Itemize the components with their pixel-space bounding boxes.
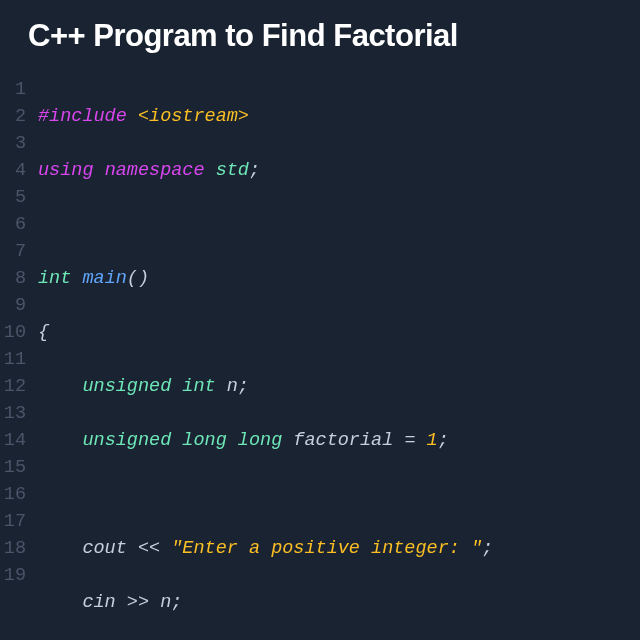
- line-number: 7: [0, 238, 26, 265]
- line-number: 5: [0, 184, 26, 211]
- tok-ident: factorial: [293, 430, 404, 451]
- line-number-gutter: 1 2 3 4 5 6 7 8 9 10 11 12 13 14 15 16 1…: [0, 76, 38, 640]
- tok-string: "Enter a positive integer: ": [171, 538, 482, 559]
- tok-ident: n: [227, 376, 238, 397]
- code-line: cin >> n;: [38, 589, 640, 616]
- tok-keyword: namespace: [105, 160, 216, 181]
- tok-keyword: using: [38, 160, 105, 181]
- line-number: 13: [0, 400, 26, 427]
- code-line: {: [38, 319, 640, 346]
- tok-type: int: [38, 268, 82, 289]
- code-line: unsigned int n;: [38, 373, 640, 400]
- editor-container: C++ Program to Find Factorial 1 2 3 4 5 …: [0, 0, 640, 640]
- line-number: 3: [0, 130, 26, 157]
- code-line: [38, 481, 640, 508]
- line-number: 18: [0, 535, 26, 562]
- tok-type: unsigned int: [82, 376, 226, 397]
- line-number: 10: [0, 319, 26, 346]
- line-number: 8: [0, 265, 26, 292]
- tok-indent: [38, 376, 82, 397]
- tok-punct: ;: [171, 592, 182, 613]
- tok-op: >>: [127, 592, 160, 613]
- tok-type: unsigned long long: [82, 430, 293, 451]
- code-line: using namespace std;: [38, 157, 640, 184]
- page-title: C++ Program to Find Factorial: [0, 18, 640, 54]
- tok-op: <<: [138, 538, 171, 559]
- tok-indent: [38, 430, 82, 451]
- line-number: 19: [0, 562, 26, 589]
- tok-ident: n: [160, 592, 171, 613]
- line-number: 9: [0, 292, 26, 319]
- line-number: 14: [0, 427, 26, 454]
- tok-header: <iostream>: [138, 106, 249, 127]
- tok-brace: {: [38, 322, 49, 343]
- tok-ident: cout: [38, 538, 138, 559]
- tok-punct: ;: [238, 376, 249, 397]
- line-number: 15: [0, 454, 26, 481]
- line-number: 4: [0, 157, 26, 184]
- line-number: 12: [0, 373, 26, 400]
- code-area: 1 2 3 4 5 6 7 8 9 10 11 12 13 14 15 16 1…: [0, 76, 640, 640]
- line-number: 1: [0, 76, 26, 103]
- tok-num: 1: [427, 430, 438, 451]
- tok-punct: ;: [249, 160, 260, 181]
- line-number: 6: [0, 211, 26, 238]
- tok-punct: ;: [482, 538, 493, 559]
- tok-punct: ;: [438, 430, 449, 451]
- tok-func: main: [82, 268, 126, 289]
- code-content: #include <iostream> using namespace std;…: [38, 76, 640, 640]
- tok-op: =: [404, 430, 426, 451]
- tok-ident: cin: [38, 592, 127, 613]
- tok-preproc: #include: [38, 106, 138, 127]
- line-number: 16: [0, 481, 26, 508]
- tok-punct: (): [127, 268, 149, 289]
- code-line: #include <iostream>: [38, 103, 640, 130]
- code-line: cout << "Enter a positive integer: ";: [38, 535, 640, 562]
- code-line: unsigned long long factorial = 1;: [38, 427, 640, 454]
- line-number: 17: [0, 508, 26, 535]
- code-line: [38, 211, 640, 238]
- tok-namespace: std: [216, 160, 249, 181]
- code-line: int main(): [38, 265, 640, 292]
- line-number: 11: [0, 346, 26, 373]
- line-number: 2: [0, 103, 26, 130]
